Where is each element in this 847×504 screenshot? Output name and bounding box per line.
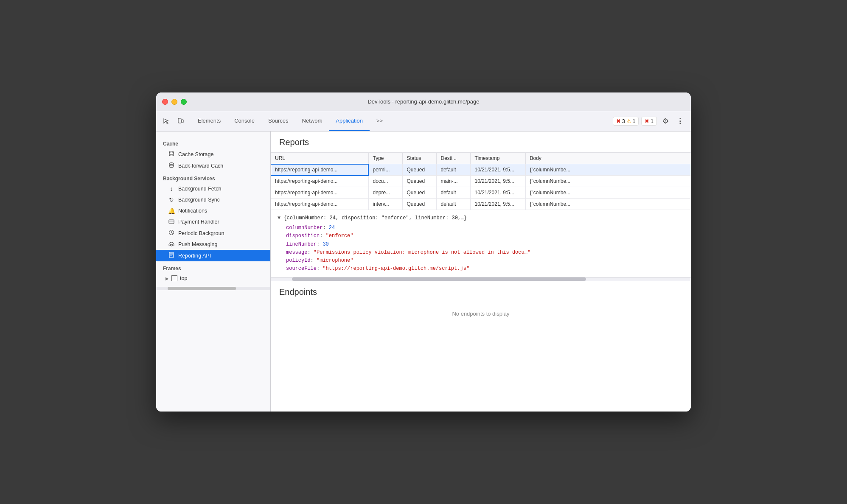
col-header-body[interactable]: Body — [525, 153, 691, 164]
table-row[interactable]: https://reporting-api-demo...docu...Queu… — [271, 176, 691, 187]
traffic-lights — [162, 99, 187, 105]
tab-elements[interactable]: Elements — [191, 111, 227, 131]
back-forward-icon — [168, 162, 175, 169]
table-row[interactable]: https://reporting-api-demo...permi...Que… — [271, 164, 691, 176]
expanded-prop-line: lineNumber: 30 — [278, 241, 684, 249]
cache-section-label: Cache — [156, 137, 270, 148]
sidebar-item-top[interactable]: ▶ top — [156, 273, 270, 283]
table-row[interactable]: https://reporting-api-demo...depre...Que… — [271, 187, 691, 199]
prop-value: "enforce" — [326, 233, 353, 239]
col-header-timestamp[interactable]: Timestamp — [470, 153, 525, 164]
inspect-icon[interactable] — [160, 115, 172, 127]
sidebar-scrollbar-thumb — [168, 287, 236, 290]
svg-rect-4 — [169, 220, 174, 224]
prop-value: "microphone" — [317, 258, 353, 263]
push-messaging-icon — [168, 241, 175, 248]
payment-handler-icon — [168, 218, 175, 225]
col-header-destination[interactable]: Desti... — [436, 153, 470, 164]
settings-icon[interactable]: ⚙ — [659, 115, 671, 127]
row-2-col-1: depre... — [368, 187, 402, 199]
payment-handler-label: Payment Handler — [178, 219, 219, 225]
error-icon: ✖ — [616, 118, 621, 124]
no-endpoints-message: No endpoints to display — [279, 302, 682, 325]
background-sync-icon: ↻ — [168, 196, 175, 203]
tab-application[interactable]: Application — [329, 111, 370, 131]
prop-colon: : — [323, 225, 328, 231]
cache-storage-icon — [168, 151, 175, 158]
svg-point-2 — [169, 151, 174, 153]
prop-colon: : — [317, 241, 323, 247]
prop-key: lineNumber — [286, 241, 317, 247]
frame-icon — [171, 275, 177, 281]
tab-more[interactable]: >> — [370, 111, 390, 131]
more-options-icon[interactable]: ⋮ — [674, 115, 686, 127]
row-3-col-1: interv... — [368, 199, 402, 210]
expanded-prop-line: sourceFile: "https://reporting-api-demo.… — [278, 265, 684, 273]
svg-point-3 — [169, 163, 174, 165]
periodic-background-icon — [168, 230, 175, 237]
col-header-url[interactable]: URL — [271, 153, 368, 164]
row-1-col-3: main-... — [436, 176, 470, 187]
sidebar-item-push-messaging[interactable]: Push Messaging — [156, 239, 270, 250]
chevron-right-icon: ▶ — [165, 276, 169, 281]
sidebar-item-notifications[interactable]: 🔔 Notifications — [156, 205, 270, 216]
main-panel: Reports URL Type Status Desti... Timesta… — [271, 132, 691, 412]
row-3-col-3: default — [436, 199, 470, 210]
tab-list: Elements Console Sources Network Applica… — [191, 111, 608, 131]
reports-table: URL Type Status Desti... Timestamp Body … — [271, 153, 691, 210]
prop-key: disposition — [286, 233, 320, 239]
background-services-section-label: Background Services — [156, 171, 270, 183]
expanded-detail: ▼ {columnNumber: 24, disposition: "enfor… — [271, 210, 691, 277]
expand-summary-text: {columnNumber: 24, disposition: "enforce… — [283, 215, 467, 221]
sidebar-item-payment-handler[interactable]: Payment Handler — [156, 216, 270, 227]
prop-key: policyId — [286, 258, 311, 263]
prop-colon: : — [311, 258, 317, 263]
tab-sources[interactable]: Sources — [261, 111, 295, 131]
row-2-col-4: 10/21/2021, 9:5... — [470, 187, 525, 199]
errors-count: 3 — [622, 118, 625, 124]
close-button[interactable] — [162, 99, 168, 105]
toolbar-icon-group — [156, 111, 191, 131]
top-frame-label: top — [180, 275, 187, 281]
col-header-status[interactable]: Status — [402, 153, 436, 164]
horizontal-scrollbar — [271, 277, 691, 281]
row-2-col-5: {"columnNumbe... — [525, 187, 691, 199]
titlebar: DevTools - reporting-api-demo.glitch.me/… — [156, 92, 691, 111]
prop-value: "Permissions policy violation: microphon… — [314, 249, 530, 255]
background-sync-label: Background Sync — [178, 197, 220, 203]
others-badge[interactable]: ✖ 1 — [641, 117, 657, 126]
table-row[interactable]: https://reporting-api-demo...interv...Qu… — [271, 199, 691, 210]
back-forward-label: Back-forward Cach — [178, 163, 223, 169]
errors-badge[interactable]: ✖ 3 ⚠ 1 — [613, 117, 639, 126]
expand-triangle[interactable]: ▼ — [278, 215, 280, 221]
sidebar-item-reporting-api[interactable]: Reporting API — [156, 250, 270, 261]
tab-console[interactable]: Console — [227, 111, 261, 131]
sidebar-item-background-fetch[interactable]: ↕ Background Fetch — [156, 183, 270, 194]
sidebar-item-background-sync[interactable]: ↻ Background Sync — [156, 194, 270, 205]
sidebar: Cache Cache Storage — [156, 132, 271, 412]
row-2-col-0: https://reporting-api-demo... — [271, 187, 368, 199]
row-1-col-5: {"columnNumbe... — [525, 176, 691, 187]
sidebar-item-periodic-background[interactable]: Periodic Backgroun — [156, 227, 270, 239]
minimize-button[interactable] — [171, 99, 177, 105]
main-content: Cache Cache Storage — [156, 132, 691, 412]
maximize-button[interactable] — [181, 99, 187, 105]
svg-rect-0 — [178, 118, 181, 123]
scrollbar-thumb — [292, 277, 586, 281]
others-count: 1 — [651, 118, 653, 124]
svg-rect-1 — [182, 120, 183, 123]
row-1-col-4: 10/21/2021, 9:5... — [470, 176, 525, 187]
cache-storage-label: Cache Storage — [178, 151, 213, 157]
row-0-col-4: 10/21/2021, 9:5... — [470, 164, 525, 176]
col-header-type[interactable]: Type — [368, 153, 402, 164]
sidebar-item-cache-storage[interactable]: Cache Storage — [156, 148, 270, 160]
table-header-row: URL Type Status Desti... Timestamp Body — [271, 153, 691, 164]
device-mode-icon[interactable] — [175, 115, 187, 127]
row-0-col-3: default — [436, 164, 470, 176]
prop-colon: : — [307, 249, 313, 255]
reports-title: Reports — [271, 132, 691, 153]
row-0-col-0: https://reporting-api-demo... — [271, 164, 368, 176]
sidebar-item-back-forward[interactable]: Back-forward Cach — [156, 160, 270, 171]
tab-network[interactable]: Network — [295, 111, 329, 131]
others-error-icon: ✖ — [645, 118, 649, 124]
